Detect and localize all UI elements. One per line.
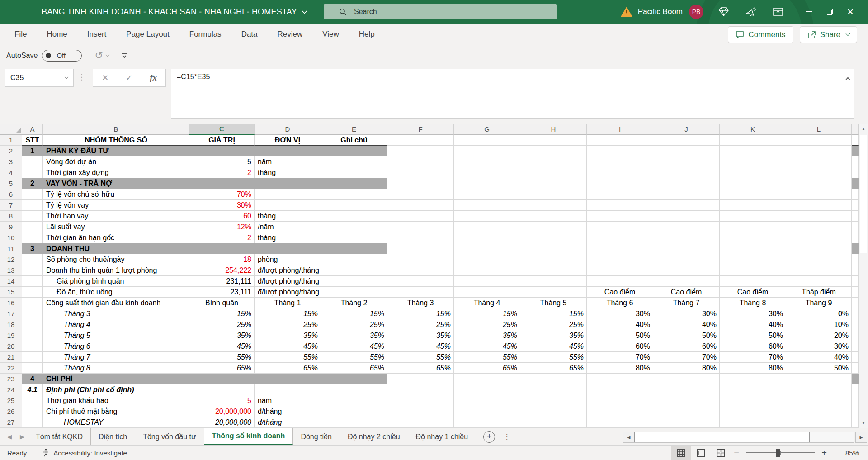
diamond-icon[interactable] xyxy=(717,5,731,19)
cell-C18[interactable]: 25% xyxy=(189,319,255,330)
cell-J4[interactable] xyxy=(653,167,720,178)
new-sheet-button[interactable]: + xyxy=(483,431,495,443)
cell-E19[interactable]: 35% xyxy=(321,330,387,341)
cell-I22[interactable]: 80% xyxy=(587,363,653,374)
cell-C20[interactable]: 45% xyxy=(189,341,255,352)
cell-H19[interactable]: 35% xyxy=(520,330,587,341)
cell-L3[interactable] xyxy=(786,156,852,167)
cell-J26[interactable] xyxy=(653,406,720,417)
cell-F6[interactable] xyxy=(387,189,454,200)
ribbon-tab-insert[interactable]: Insert xyxy=(77,24,117,45)
cell-B15[interactable]: Đồ ăn, thức uống xyxy=(43,287,189,298)
cell-J19[interactable]: 50% xyxy=(653,330,720,341)
cell-A8[interactable] xyxy=(22,211,43,222)
sheet-tab-do-nhay-2-chieu[interactable]: Độ nhạy 2 chiều xyxy=(340,428,408,445)
column-header-B[interactable]: B xyxy=(43,124,189,135)
cell-B23[interactable]: CHI PHÍ xyxy=(43,374,189,384)
row-header-19[interactable]: 19 xyxy=(0,330,22,341)
cell-A24[interactable]: 4.1 xyxy=(22,384,43,395)
sheet-tab-dien-tich[interactable]: Diện tích xyxy=(91,428,135,445)
vertical-scrollbar[interactable]: ▲ ▼ xyxy=(859,124,868,428)
cell-J5[interactable] xyxy=(653,178,720,189)
cell-G9[interactable] xyxy=(454,222,520,232)
cell-H24[interactable] xyxy=(520,384,587,395)
comments-button[interactable]: Comments xyxy=(728,26,793,43)
cell-F12[interactable] xyxy=(387,254,454,265)
cell-L8[interactable] xyxy=(786,211,852,222)
cell-E3[interactable] xyxy=(321,156,387,167)
ribbon-tab-formulas[interactable]: Formulas xyxy=(179,24,231,45)
cell-G20[interactable]: 45% xyxy=(454,341,520,352)
cell-A1[interactable]: STT xyxy=(22,135,43,146)
cell-J20[interactable]: 60% xyxy=(653,341,720,352)
cell-L17[interactable]: 0% xyxy=(786,308,852,319)
cell-B14[interactable]: Giá phòng bình quân xyxy=(43,276,189,287)
cell-I18[interactable]: 40% xyxy=(587,319,653,330)
cell-G11[interactable] xyxy=(454,243,520,254)
cell-L5[interactable] xyxy=(786,178,852,189)
row-header-23[interactable]: 23 xyxy=(0,374,22,384)
cell-C15[interactable]: 23,111 xyxy=(189,287,255,298)
cell-G15[interactable] xyxy=(454,287,520,298)
cell-A12[interactable] xyxy=(22,254,43,265)
cell-D13[interactable]: đ/lượt phòng/tháng xyxy=(255,265,321,276)
cell-I21[interactable]: 70% xyxy=(587,352,653,363)
row-header-2[interactable]: 2 xyxy=(0,146,22,156)
close-button[interactable]: ✕ xyxy=(840,0,861,24)
cell-A3[interactable] xyxy=(22,156,43,167)
cell-G2[interactable] xyxy=(454,146,520,156)
sheet-options-icon[interactable]: ⋮ xyxy=(503,432,510,441)
cell-F26[interactable] xyxy=(387,406,454,417)
cell-G10[interactable] xyxy=(454,232,520,243)
row-header-10[interactable]: 10 xyxy=(0,232,22,243)
row-header-25[interactable]: 25 xyxy=(0,395,22,406)
cell-H1[interactable] xyxy=(520,135,587,146)
cell-E24[interactable] xyxy=(321,384,387,395)
cell-K1[interactable] xyxy=(720,135,786,146)
cell-J21[interactable]: 70% xyxy=(653,352,720,363)
zoom-out-button[interactable]: − xyxy=(731,448,742,458)
cell-G6[interactable] xyxy=(454,189,520,200)
cell-G7[interactable] xyxy=(454,200,520,211)
cell-H14[interactable] xyxy=(520,276,587,287)
cell-A25[interactable] xyxy=(22,395,43,406)
cell-E12[interactable] xyxy=(321,254,387,265)
cell-B2[interactable]: PHÂN KỲ ĐẦU TƯ xyxy=(43,146,189,156)
cell-A18[interactable] xyxy=(22,319,43,330)
cell-A17[interactable] xyxy=(22,308,43,319)
cell-D12[interactable]: phòng xyxy=(255,254,321,265)
row-header-4[interactable]: 4 xyxy=(0,167,22,178)
cell-E18[interactable]: 25% xyxy=(321,319,387,330)
cell-B1[interactable]: NHÓM THÔNG SỐ xyxy=(43,135,189,146)
scroll-right-icon[interactable]: ▶ xyxy=(855,432,867,443)
cell-G17[interactable]: 15% xyxy=(454,308,520,319)
cell-J10[interactable] xyxy=(653,232,720,243)
row-header-6[interactable]: 6 xyxy=(0,189,22,200)
cell-A15[interactable] xyxy=(22,287,43,298)
cell-D22[interactable]: 65% xyxy=(255,363,321,374)
cell-F27[interactable] xyxy=(387,417,454,428)
cell-I17[interactable]: 30% xyxy=(587,308,653,319)
cell-L25[interactable] xyxy=(786,395,852,406)
row-header-24[interactable]: 24 xyxy=(0,384,22,395)
cell-A5[interactable]: 2 xyxy=(22,178,43,189)
cell-K11[interactable] xyxy=(720,243,786,254)
row-header-20[interactable]: 20 xyxy=(0,341,22,352)
horizontal-scrollbar[interactable]: ◀ xyxy=(623,432,854,443)
cell-D10[interactable]: tháng xyxy=(255,232,321,243)
cell-F2[interactable] xyxy=(387,146,454,156)
normal-view-button[interactable] xyxy=(671,446,691,460)
cell-E1[interactable]: Ghi chú xyxy=(321,135,387,146)
row-header-27[interactable]: 27 xyxy=(0,417,22,428)
cell-F14[interactable] xyxy=(387,276,454,287)
cell-K2[interactable] xyxy=(720,146,786,156)
cell-B25[interactable]: Thời gian khấu hao xyxy=(43,395,189,406)
row-header-21[interactable]: 21 xyxy=(0,352,22,363)
cell-K26[interactable] xyxy=(720,406,786,417)
cell-A4[interactable] xyxy=(22,167,43,178)
cell-I9[interactable] xyxy=(587,222,653,232)
cell-I6[interactable] xyxy=(587,189,653,200)
cell-B5[interactable]: VAY VỐN - TRẢ NỢ xyxy=(43,178,189,189)
cell-I24[interactable] xyxy=(587,384,653,395)
cell-E23[interactable] xyxy=(321,374,387,384)
